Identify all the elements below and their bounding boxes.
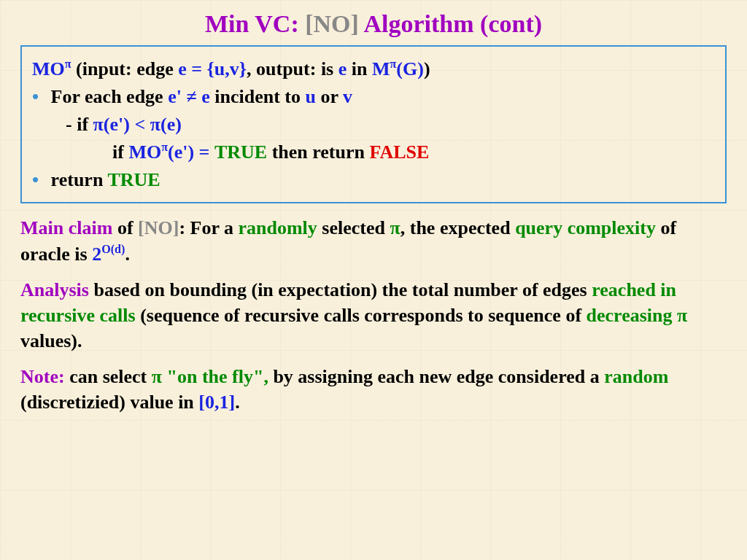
box-line-5: return TRUE: [32, 167, 715, 192]
box-line-4: if MOπ(e') = TRUE then return FALSE: [32, 139, 715, 165]
box-line-1: MOπ (input: edge e = {u,v}, output: is e…: [32, 56, 715, 82]
title-part-3: Algorithm (cont): [363, 10, 542, 37]
title-part-2: [NO]: [305, 10, 359, 37]
slide: Min VC: [NO] Algorithm (cont) MOπ (input…: [0, 0, 747, 438]
algorithm-box: MOπ (input: edge e = {u,v}, output: is e…: [20, 45, 727, 203]
analysis-paragraph: Analysis based on bounding (in expectati…: [20, 277, 727, 354]
title-part-1: Min VC:: [205, 10, 299, 37]
note-paragraph: Note: can select π "on the fly", by assi…: [20, 364, 727, 415]
main-claim-paragraph: Main claim of [NO]: For a randomly selec…: [20, 215, 727, 266]
box-line-2: For each edge e' ≠ e incident to u or v: [32, 84, 715, 109]
slide-title: Min VC: [NO] Algorithm (cont): [20, 10, 727, 38]
box-line-3: - if π(e') < π(e): [32, 112, 715, 137]
